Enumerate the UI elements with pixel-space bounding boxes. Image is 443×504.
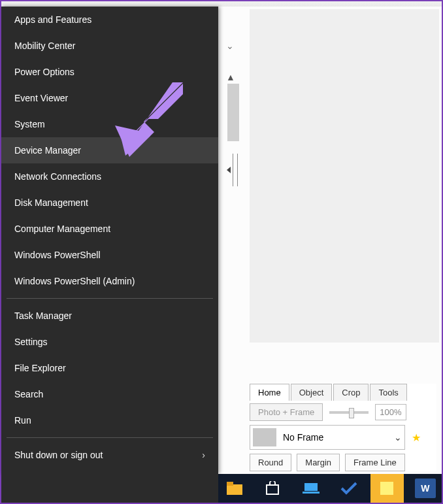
svg-rect-3: [304, 483, 318, 491]
panel-collapse-handle[interactable]: [233, 154, 238, 186]
frame-swatch: [253, 428, 276, 446]
tab-tools[interactable]: Tools: [370, 384, 406, 401]
menu-item-network-connections[interactable]: Network Connections: [1, 163, 218, 190]
menu-item-system[interactable]: System: [1, 111, 218, 137]
chevron-down-icon[interactable]: ⌄: [226, 41, 234, 51]
scrollbar-track[interactable]: [227, 84, 239, 141]
menu-item-search[interactable]: Search: [1, 381, 218, 407]
photo-frame-button[interactable]: Photo + Frame: [250, 403, 323, 421]
zoom-input[interactable]: 100%: [375, 404, 406, 420]
svg-rect-5: [380, 482, 393, 495]
taskbar-under-menu: [1, 474, 218, 503]
chevron-down-icon: ⌄: [394, 432, 402, 443]
chevron-right-icon: ›: [202, 450, 205, 460]
tab-crop[interactable]: Crop: [333, 384, 369, 401]
menu-item-event-viewer[interactable]: Event Viewer: [1, 85, 218, 111]
menu-item-device-manager[interactable]: Device Manager: [1, 137, 218, 163]
frame-dropdown[interactable]: No Frame ⌄: [250, 425, 405, 450]
menu-item-powershell-admin[interactable]: Windows PowerShell (Admin): [1, 268, 218, 294]
title-bar-fragment: [1, 1, 442, 7]
menu-item-powershell[interactable]: Windows PowerShell: [1, 242, 218, 268]
svg-rect-1: [227, 482, 233, 486]
svg-rect-4: [303, 492, 320, 494]
margin-button[interactable]: Margin: [297, 454, 340, 471]
favorite-icon[interactable]: ★: [412, 431, 421, 444]
svg-rect-2: [267, 485, 278, 494]
taskbar-todo-icon[interactable]: [333, 474, 365, 503]
menu-item-file-explorer[interactable]: File Explorer: [1, 355, 218, 381]
properties-panel: Home Object Crop Tools Photo + Frame 100…: [250, 384, 436, 471]
menu-item-run[interactable]: Run: [1, 407, 218, 433]
taskbar-explorer-icon[interactable]: [218, 474, 251, 503]
menu-item-apps-features[interactable]: Apps and Features: [1, 7, 218, 33]
taskbar-store-icon[interactable]: [256, 474, 289, 503]
frameline-button[interactable]: Frame Line: [345, 454, 405, 471]
panel-tabs: Home Object Crop Tools: [250, 384, 436, 401]
menu-separator: [7, 298, 213, 299]
frame-label: No Frame: [283, 432, 323, 443]
zoom-slider[interactable]: [329, 411, 369, 414]
menu-item-disk-management[interactable]: Disk Management: [1, 190, 218, 216]
menu-item-shutdown[interactable]: Shut down or sign out ›: [1, 442, 218, 468]
menu-item-mobility-center[interactable]: Mobility Center: [1, 33, 218, 59]
winx-menu: Apps and Features Mobility Center Power …: [1, 7, 218, 474]
taskbar-notes-icon[interactable]: [370, 474, 403, 503]
scroll-up-icon[interactable]: ▲: [226, 72, 235, 82]
tab-object[interactable]: Object: [291, 384, 333, 401]
menu-item-task-manager[interactable]: Task Manager: [1, 303, 218, 329]
taskbar-word-icon[interactable]: W: [409, 474, 442, 503]
photo-canvas: [250, 9, 439, 343]
svg-rect-0: [227, 484, 242, 495]
tab-home[interactable]: Home: [250, 384, 289, 401]
menu-separator: [7, 437, 213, 438]
menu-item-settings[interactable]: Settings: [1, 329, 218, 355]
round-button[interactable]: Round: [250, 454, 291, 471]
menu-item-power-options[interactable]: Power Options: [1, 59, 218, 85]
menu-item-computer-management[interactable]: Computer Management: [1, 216, 218, 242]
taskbar-laptop-icon[interactable]: [295, 474, 327, 503]
